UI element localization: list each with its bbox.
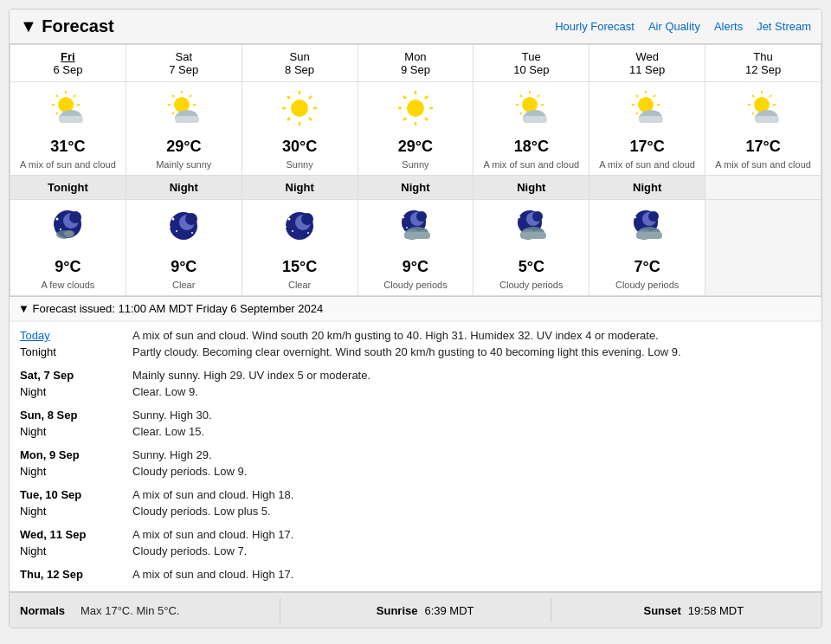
sat-night-cell: 9°C Clear [126,200,242,296]
detail-sat-row: Sat, 7 Sep Mainly sunny. High 29. UV ind… [20,369,811,382]
svg-point-85 [69,211,81,223]
svg-line-19 [190,95,191,97]
fri-night-condition: A few clouds [14,280,122,290]
mon-icon [362,87,470,134]
svg-point-90 [64,230,74,237]
forecast-table: Fri 6 Sep Sat 7 Sep Sun 8 Sep [10,44,821,296]
hourly-forecast-link[interactable]: Hourly Forecast [555,20,635,33]
detail-sun-desc: Sunny. High 30. [132,409,811,422]
thu-weather-cell: 17°C A mix of sun and cloud [705,82,821,176]
day-sat: Sat 7 Sep [126,45,242,82]
normals-section: Normals Max 17°C. Min 5°C. [10,604,280,617]
sun-night-header: Night [242,176,358,200]
forecast-issued-bar: ▼ Forecast issued: 11:00 AM MDT Friday 6… [10,296,821,321]
mon-night-header: Night [358,176,473,200]
svg-point-125 [634,216,635,218]
svg-line-5 [56,95,58,97]
air-quality-link[interactable]: Air Quality [648,20,700,33]
thu-night-empty [705,176,821,200]
svg-line-33 [287,118,290,120]
wed-weather-cell: 17°C A mix of sun and cloud [589,82,705,176]
wed-night-condition: Cloudy periods [593,280,701,290]
svg-point-102 [292,230,293,232]
svg-point-26 [291,100,308,117]
svg-point-86 [56,218,59,221]
wed-night-cell: 7°C Cloudy periods [589,200,705,296]
mon-night-icon [362,205,470,254]
svg-point-101 [288,218,291,221]
svg-rect-113 [404,232,430,239]
day-mon: Mon 9 Sep [358,45,473,82]
sunset-value: 19:58 MDT [688,604,744,617]
tue-night-header: Night [473,176,589,200]
sat-temp: 29°C [130,138,238,156]
sunset-section: Sunset 19:58 MDT [551,604,821,617]
wed-condition: A mix of sun and cloud [593,159,701,170]
detail-today-label: Today [20,329,132,342]
day-thu: Thu 12 Sep [705,45,821,82]
detail-sun-night-row: Night Clear. Low 15. [20,425,811,438]
day-fri: Fri 6 Sep [10,45,126,82]
fri-date: 6 Sep [14,63,122,76]
normals-label: Normals [20,604,81,617]
sun-night-cell: 15°C Clear [242,200,358,296]
day-wed: Wed 11 Sep [589,45,705,82]
fri-temp: 31°C [14,138,122,156]
mon-weather-cell: 29°C Sunny [358,82,473,176]
alerts-link[interactable]: Alerts [714,20,743,33]
detail-mon-label: Mon, 9 Sep [20,448,132,461]
night-headers-row: Tonight Night Night Night Night Night [10,176,821,200]
wed-label: Wed [635,50,659,63]
detail-section: Today A mix of sun and cloud. Wind south… [10,321,821,591]
detail-sun-label: Sun, 8 Sep [20,409,132,422]
detail-mon-night-desc: Cloudy periods. Low 9. [132,465,811,478]
detail-wed-row: Wed, 11 Sep A mix of sun and cloud. High… [20,528,811,541]
mon-night-cell: 9°C Cloudy periods [358,200,473,296]
sun-date: 8 Sep [246,63,354,76]
sun-night-condition: Clear [246,280,354,290]
sunrise-section: Sunrise 6:39 MDT [280,604,551,617]
detail-mon-night-label: Night [20,465,132,478]
tue-weather-cell: 18°C A mix of sun and cloud [473,82,589,176]
sun-temp: 30°C [246,138,354,156]
today-link[interactable]: Today [20,329,50,342]
svg-line-7 [56,113,58,114]
mon-date: 9 Sep [362,63,470,76]
svg-line-20 [172,113,174,114]
svg-point-97 [191,232,193,234]
svg-point-124 [648,211,659,222]
svg-point-116 [532,211,543,222]
detail-sat-night-desc: Clear. Low 9. [132,385,811,398]
header: ▼ Forecast Hourly Forecast Air Quality A… [10,10,821,44]
svg-point-109 [406,227,408,229]
mon-condition: Sunny [362,159,470,170]
svg-point-35 [407,100,424,117]
jet-stream-link[interactable]: Jet Stream [757,20,811,33]
detail-wed-night-row: Night Cloudy periods. Low 7. [20,544,811,557]
svg-rect-129 [636,232,662,239]
detail-sat-night-label: Night [20,385,132,398]
detail-tonight-label: Tonight [20,345,132,358]
svg-line-40 [403,96,406,99]
tue-label: Tue [522,50,541,63]
svg-rect-25 [175,116,199,123]
svg-point-117 [519,216,520,218]
sunrise-value: 6:39 MDT [424,604,473,617]
svg-line-51 [520,113,522,114]
fri-condition: A mix of sun and cloud [14,159,122,170]
detail-sun-night-label: Night [20,425,132,438]
detail-tue-night-label: Night [20,505,132,518]
sat-night-temp: 9°C [130,258,238,276]
detail-tue-row: Tue, 10 Sep A mix of sun and cloud. High… [20,488,811,501]
svg-line-50 [538,95,539,97]
svg-line-42 [403,118,406,120]
tue-icon [477,87,585,134]
detail-thu-label: Thu, 12 Sep [20,568,132,581]
wed-night-icon [593,205,701,254]
detail-tonight-row: Tonight Partly cloudy. Becoming clear ov… [20,345,811,358]
fri-icon [14,87,122,134]
sat-night-icon [130,205,238,254]
svg-rect-69 [639,116,663,123]
forecast-container: ▼ Forecast Hourly Forecast Air Quality A… [9,9,822,628]
detail-sat-label: Sat, 7 Sep [20,369,132,382]
